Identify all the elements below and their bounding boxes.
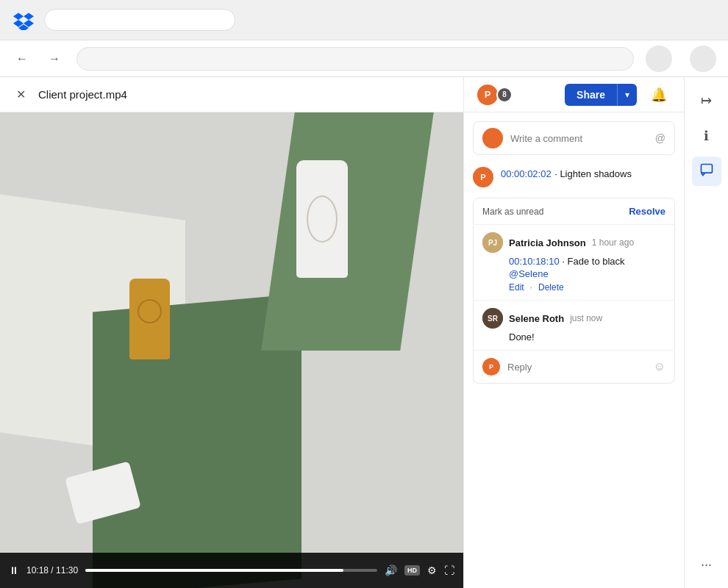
file-title: Client project.mp4 <box>38 88 127 101</box>
fullscreen-icon: ⛶ <box>444 564 454 576</box>
pause-icon: ⏸ <box>9 564 19 576</box>
progress-bar[interactable] <box>85 569 377 572</box>
volume-icon: 🔊 <box>385 564 397 576</box>
thread-actions: Edit · Delete <box>509 282 665 293</box>
commenter-avatar: P <box>473 167 493 187</box>
sidebar-right: ↦ ℹ ··· <box>684 77 728 588</box>
thread-comment-1: PJ Patricia Johnson 1 hour ago 00:10:18:… <box>474 224 674 300</box>
thread-sep: · <box>562 256 567 267</box>
reply-row: P ☺ <box>474 350 674 383</box>
comments-sidebar-button[interactable] <box>692 157 721 186</box>
notifications-button[interactable]: 🔔 <box>646 82 672 108</box>
time-display: 10:18 / 11:30 <box>26 565 78 576</box>
info-button[interactable]: ℹ <box>692 121 721 151</box>
browser-bar <box>0 0 728 40</box>
scene-bottle-white-tall <box>296 160 348 278</box>
url-bar[interactable] <box>76 47 634 71</box>
expand-sidebar-button[interactable]: ↦ <box>692 86 721 115</box>
comments-panel: P 8 Share ▾ 🔔 @ P <box>463 77 684 588</box>
avatar-count-badge: 8 <box>496 87 513 103</box>
share-btn-group: Share ▾ <box>565 84 637 106</box>
browser-url-bar <box>44 9 235 31</box>
fullscreen-button[interactable]: ⛶ <box>444 564 454 576</box>
dropbox-logo <box>12 8 35 32</box>
svg-rect-0 <box>701 164 712 173</box>
thread-author: Patricia Johnson <box>509 237 586 248</box>
emoji-button[interactable]: ☺ <box>654 360 665 373</box>
volume-button[interactable]: 🔊 <box>385 564 397 576</box>
action-separator: · <box>530 282 532 293</box>
nav-action-icon <box>690 46 716 72</box>
video-container: ⏸ 10:18 / 11:30 🔊 HD ⚙ ⛶ <box>0 112 463 588</box>
edit-link[interactable]: Edit <box>509 282 524 293</box>
video-panel: ✕ Client project.mp4 ⏸ <box>0 77 463 588</box>
share-dropdown-button[interactable]: ▾ <box>617 84 637 106</box>
scene-bottle-gold <box>129 279 170 359</box>
mark-unread-label: Mark as unread <box>482 207 543 217</box>
bell-icon: 🔔 <box>651 87 667 103</box>
delete-link[interactable]: Delete <box>538 282 564 293</box>
share-button[interactable]: Share <box>565 84 617 106</box>
expand-icon: ↦ <box>701 93 712 109</box>
back-button[interactable]: ← <box>12 49 32 69</box>
thread-box: Mark as unread Resolve PJ Patricia Johns… <box>473 198 675 384</box>
at-icon: @ <box>655 132 665 144</box>
comment-content: 00:00:02:02 · Lighten shadows <box>501 167 675 187</box>
more-options-button[interactable]: ··· <box>692 550 721 579</box>
more-icon: ··· <box>701 557 712 573</box>
resolve-button[interactable]: Resolve <box>629 206 665 217</box>
main-comment-item: P 00:00:02:02 · Lighten shadows <box>473 167 675 187</box>
current-user-avatar <box>482 128 503 148</box>
play-pause-button[interactable]: ⏸ <box>9 564 19 576</box>
thread-mention-row: @Selene <box>509 268 665 279</box>
comments-header: P 8 Share ▾ 🔔 <box>464 77 684 112</box>
video-scene <box>0 112 463 588</box>
thread-fade-text: Fade to black <box>568 256 625 267</box>
hd-badge: HD <box>404 565 420 576</box>
selene-avatar: SR <box>482 308 503 329</box>
forward-button[interactable]: → <box>44 49 65 69</box>
thread-reply: SR Selene Roth just now Done! <box>474 300 674 350</box>
reply-text: Done! <box>509 331 665 343</box>
settings-button[interactable]: ⚙ <box>427 564 437 576</box>
settings-icon: ⚙ <box>427 564 437 576</box>
thread-time: 1 hour ago <box>592 237 634 248</box>
patricia-avatar: PJ <box>482 232 503 253</box>
reply-time: just now <box>570 313 602 323</box>
thread-comment-header: PJ Patricia Johnson 1 hour ago <box>482 232 665 253</box>
close-button[interactable]: ✕ <box>12 86 29 104</box>
info-icon: ℹ <box>704 128 709 144</box>
video-header: ✕ Client project.mp4 <box>0 77 463 112</box>
main-content: ✕ Client project.mp4 ⏸ <box>0 77 728 588</box>
avatar-initial: P <box>485 89 491 100</box>
comment-input-row: @ <box>473 121 675 155</box>
comment-input[interactable] <box>510 133 648 144</box>
reply-input[interactable] <box>507 362 646 373</box>
comment-timestamp: 00:00:02:02 <box>501 168 552 179</box>
nav-bar: ← → <box>0 40 728 77</box>
reply-author: Selene Roth <box>509 313 564 324</box>
thread-reply-header: SR Selene Roth just now <box>482 308 665 329</box>
thread-header: Mark as unread Resolve <box>474 198 674 224</box>
video-controls: ⏸ 10:18 / 11:30 🔊 HD ⚙ ⛶ <box>0 553 463 588</box>
thread-mention: @Selene <box>509 268 549 279</box>
comments-body[interactable]: @ P 00:00:02:02 · Lighten shadows Mark a… <box>464 112 684 588</box>
avatar-group: P 8 <box>476 83 513 107</box>
comment-text: Lighten shadows <box>560 168 632 179</box>
profile-icon <box>646 46 672 72</box>
comments-icon <box>699 162 714 181</box>
thread-timestamp: 00:10:18:10 <box>509 256 560 267</box>
reply-avatar: P <box>482 358 500 376</box>
progress-fill <box>85 569 343 572</box>
thread-comment-text: 00:10:18:10 · Fade to black <box>509 256 665 267</box>
